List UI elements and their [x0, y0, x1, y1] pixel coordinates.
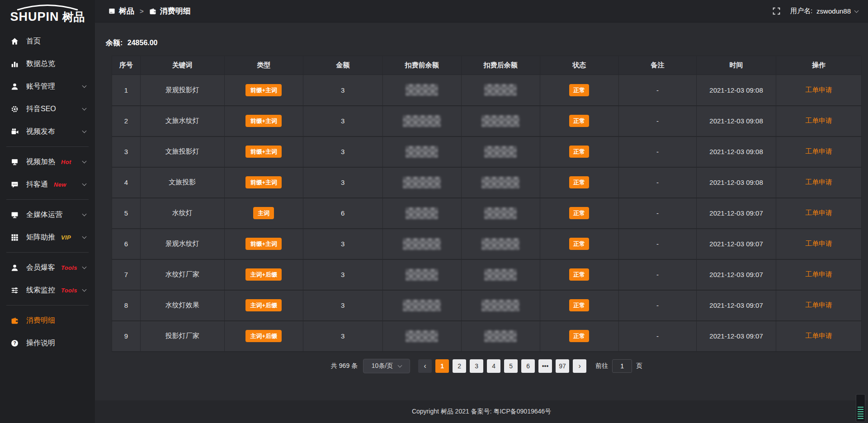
column-header-2: 类型	[224, 56, 303, 75]
cell-status: 正常	[540, 106, 618, 136]
page-size-value: 10条/页	[372, 362, 393, 370]
table-row: 7水纹灯厂家主词+后缀3正常-2021-12-03 09:07工单申请	[112, 259, 862, 290]
status-badge: 正常	[569, 330, 589, 342]
username-value: zswodun88	[816, 7, 851, 15]
sidebar-item-label: 账号管理	[26, 82, 55, 91]
footer: Copyright 树品 2021 备案号: 粤ICP备09019646号	[95, 400, 868, 423]
sidebar-item-video-publish[interactable]: 视频发布	[0, 120, 95, 143]
balance-label: 余额:	[106, 39, 123, 47]
cell-type: 主词+后缀	[224, 321, 303, 352]
column-header-8: 时间	[697, 56, 776, 75]
work-order-link[interactable]: 工单申请	[805, 117, 832, 124]
work-order-link[interactable]: 工单申请	[805, 209, 832, 216]
sidebar-item-douyin-seo[interactable]: 抖音SEO	[0, 98, 95, 120]
table-row: 8水纹灯效果主词+后缀3正常-2021-12-03 09:07工单申请	[112, 290, 862, 321]
main-content: 余额: 24856.00 序号关键词类型金额扣费前余额扣费后余额状态备注时间操作…	[95, 23, 868, 400]
sidebar-divider	[6, 199, 89, 200]
cell-remark: -	[618, 321, 696, 352]
column-header-1: 关键词	[141, 56, 225, 75]
cell-time: 2021-12-03 09:07	[697, 290, 776, 321]
type-badge: 主词+后缀	[245, 299, 282, 311]
sidebar-menu: 首页数据总览账号管理抖音SEO视频发布视频加热Hot抖客通New全媒体运营矩阵助…	[0, 25, 95, 354]
sidebar-item-douketong[interactable]: 抖客通New	[0, 173, 95, 196]
pagination: 共 969 条 10条/页 ‹ 123456•••97› 前往 页	[112, 359, 862, 373]
cell-remark: -	[618, 75, 696, 106]
chevron-down-icon	[82, 287, 87, 291]
work-order-link[interactable]: 工单申请	[805, 147, 832, 155]
work-order-link[interactable]: 工单申请	[805, 332, 832, 339]
cell-amount: 3	[303, 167, 382, 198]
goto-label: 前往	[595, 362, 608, 370]
user-icon	[11, 264, 20, 272]
work-order-link[interactable]: 工单申请	[805, 178, 832, 186]
board-icon	[11, 158, 20, 166]
gear-icon	[11, 105, 20, 113]
consume-table: 序号关键词类型金额扣费前余额扣费后余额状态备注时间操作 1景观投影灯前缀+主词3…	[112, 56, 862, 352]
page-button-2[interactable]: 2	[453, 359, 466, 373]
column-header-4: 扣费前余额	[382, 56, 461, 75]
sidebar-item-home[interactable]: 首页	[0, 30, 95, 52]
balance-value: 24856.00	[127, 39, 158, 47]
cell-balance-before	[382, 167, 461, 198]
work-order-link[interactable]: 工单申请	[805, 86, 832, 94]
page-button-1[interactable]: 1	[435, 359, 449, 373]
sidebar-item-video-heat[interactable]: 视频加热Hot	[0, 150, 95, 173]
page-ellipsis[interactable]: •••	[538, 359, 552, 373]
cell-no: 8	[112, 290, 141, 321]
goto-unit: 页	[636, 362, 642, 370]
sidebar-item-consume-detail[interactable]: 消费明细	[0, 309, 95, 332]
page-size-select[interactable]: 10条/页	[363, 359, 410, 373]
sidebar-item-matrix-boost[interactable]: 矩阵助推VIP	[0, 226, 95, 249]
username-label: 用户名:	[790, 7, 812, 15]
sidebar-item-label: 视频发布	[26, 127, 55, 136]
blurred-value	[403, 177, 441, 188]
page-button-3[interactable]: 3	[470, 359, 483, 373]
cell-status: 正常	[540, 136, 618, 167]
sidebar-item-lead-monitor[interactable]: 线索监控Tools	[0, 279, 95, 301]
user-menu[interactable]: 用户名: zswodun88	[790, 7, 858, 15]
cell-balance-after	[461, 321, 540, 352]
next-page-button[interactable]: ›	[573, 359, 586, 373]
sidebar-item-badge: Hot	[61, 159, 71, 165]
monitor-icon	[11, 211, 20, 219]
cell-time: 2021-12-03 09:08	[697, 136, 776, 167]
sidebar-item-media-ops[interactable]: 全媒体运营	[0, 203, 95, 226]
breadcrumb-home[interactable]: 树品	[108, 6, 134, 16]
page-button-6[interactable]: 6	[521, 359, 535, 373]
floating-service-widget[interactable]	[856, 394, 865, 422]
breadcrumb-current[interactable]: 消费明细	[149, 6, 191, 16]
page-button-4[interactable]: 4	[487, 359, 500, 373]
table-row: 5水纹灯主词6正常-2021-12-03 09:07工单申请	[112, 198, 862, 229]
total-count: 共 969 条	[331, 362, 358, 370]
sidebar-item-instructions[interactable]: ?操作说明	[0, 332, 95, 354]
cell-balance-after	[461, 290, 540, 321]
status-badge: 正常	[569, 176, 589, 188]
blurred-value	[403, 238, 441, 250]
cell-status: 正常	[540, 321, 618, 352]
sidebar-item-member-burst[interactable]: 会员爆客Tools	[0, 256, 95, 279]
blurred-value	[406, 84, 438, 96]
goto-page-input[interactable]	[612, 359, 632, 373]
chevron-down-icon	[82, 128, 87, 133]
cell-status: 正常	[540, 167, 618, 198]
grid-icon	[11, 234, 20, 241]
chevron-down-icon	[82, 264, 87, 269]
dashboard-icon	[108, 8, 115, 14]
sidebar-item-data-overview[interactable]: 数据总览	[0, 52, 95, 75]
work-order-link[interactable]: 工单申请	[805, 301, 832, 309]
page-button-97[interactable]: 97	[556, 359, 569, 373]
work-order-link[interactable]: 工单申请	[805, 270, 832, 278]
sidebar-item-account-manage[interactable]: 账号管理	[0, 75, 95, 98]
cell-keyword: 水纹灯厂家	[141, 259, 225, 290]
prev-page-button[interactable]: ‹	[418, 359, 432, 373]
chart-icon	[11, 60, 20, 68]
cell-no: 7	[112, 259, 141, 290]
widget-stripes	[858, 407, 863, 419]
cell-balance-after	[461, 106, 540, 136]
cell-amount: 6	[303, 198, 382, 229]
work-order-link[interactable]: 工单申请	[805, 240, 832, 247]
wallet-icon	[149, 8, 156, 15]
page-button-5[interactable]: 5	[504, 359, 518, 373]
cell-balance-before	[382, 259, 461, 290]
fullscreen-icon[interactable]	[773, 7, 780, 15]
